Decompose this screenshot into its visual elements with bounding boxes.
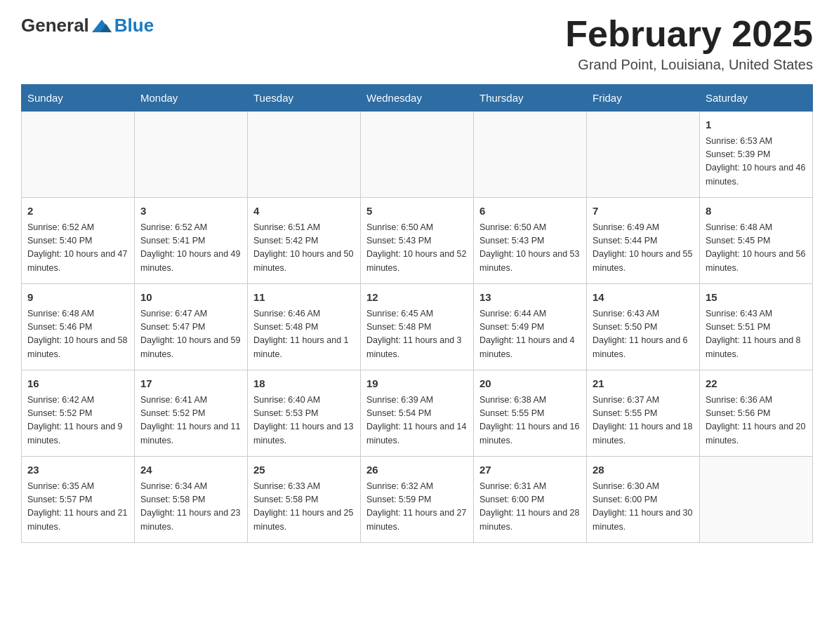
table-row: 23Sunrise: 6:35 AM Sunset: 5:57 PM Dayli… xyxy=(22,457,135,543)
table-row: 18Sunrise: 6:40 AM Sunset: 5:53 PM Dayli… xyxy=(248,370,361,457)
day-number: 9 xyxy=(27,290,128,306)
logo: General Blue xyxy=(21,14,154,36)
day-info: Sunrise: 6:48 AM Sunset: 5:45 PM Dayligh… xyxy=(706,221,807,276)
day-number: 8 xyxy=(706,203,807,220)
day-info: Sunrise: 6:42 AM Sunset: 5:52 PM Dayligh… xyxy=(27,394,128,448)
table-row xyxy=(361,112,474,198)
table-row: 11Sunrise: 6:46 AM Sunset: 5:48 PM Dayli… xyxy=(248,284,361,370)
logo-icon xyxy=(91,14,113,36)
calendar-week-row: 23Sunrise: 6:35 AM Sunset: 5:57 PM Dayli… xyxy=(22,457,813,543)
day-info: Sunrise: 6:34 AM Sunset: 5:58 PM Dayligh… xyxy=(140,480,241,535)
header-sunday: Sunday xyxy=(22,85,135,112)
table-row: 5Sunrise: 6:50 AM Sunset: 5:43 PM Daylig… xyxy=(361,198,474,284)
day-number: 10 xyxy=(140,290,241,306)
header-tuesday: Tuesday xyxy=(248,85,361,112)
month-title: February 2025 xyxy=(565,14,813,54)
table-row: 1Sunrise: 6:53 AM Sunset: 5:39 PM Daylig… xyxy=(700,112,813,198)
day-number: 28 xyxy=(593,462,694,478)
day-number: 22 xyxy=(706,376,807,392)
calendar-header-row: Sunday Monday Tuesday Wednesday Thursday… xyxy=(22,85,813,112)
table-row xyxy=(22,112,135,198)
day-info: Sunrise: 6:37 AM Sunset: 5:55 PM Dayligh… xyxy=(593,394,694,448)
calendar-table: Sunday Monday Tuesday Wednesday Thursday… xyxy=(21,84,813,543)
day-info: Sunrise: 6:43 AM Sunset: 5:50 PM Dayligh… xyxy=(593,307,694,362)
header-wednesday: Wednesday xyxy=(361,85,474,112)
table-row: 20Sunrise: 6:38 AM Sunset: 5:55 PM Dayli… xyxy=(474,370,587,457)
header-thursday: Thursday xyxy=(474,85,587,112)
day-number: 24 xyxy=(140,462,241,478)
table-row xyxy=(248,112,361,198)
logo-general-text: General xyxy=(21,15,89,36)
day-number: 20 xyxy=(479,376,581,392)
day-info: Sunrise: 6:35 AM Sunset: 5:57 PM Dayligh… xyxy=(27,480,128,535)
day-info: Sunrise: 6:50 AM Sunset: 5:43 PM Dayligh… xyxy=(479,221,581,276)
day-number: 16 xyxy=(27,376,128,392)
day-number: 4 xyxy=(253,203,355,220)
day-number: 21 xyxy=(593,376,694,392)
day-info: Sunrise: 6:52 AM Sunset: 5:40 PM Dayligh… xyxy=(27,221,128,276)
day-info: Sunrise: 6:44 AM Sunset: 5:49 PM Dayligh… xyxy=(479,307,581,362)
day-info: Sunrise: 6:41 AM Sunset: 5:52 PM Dayligh… xyxy=(140,394,241,448)
table-row: 14Sunrise: 6:43 AM Sunset: 5:50 PM Dayli… xyxy=(587,284,700,370)
day-number: 12 xyxy=(366,290,468,306)
day-info: Sunrise: 6:51 AM Sunset: 5:42 PM Dayligh… xyxy=(253,221,355,276)
day-info: Sunrise: 6:47 AM Sunset: 5:47 PM Dayligh… xyxy=(140,307,241,362)
day-info: Sunrise: 6:31 AM Sunset: 6:00 PM Dayligh… xyxy=(479,480,581,535)
table-row: 8Sunrise: 6:48 AM Sunset: 5:45 PM Daylig… xyxy=(700,198,813,284)
table-row xyxy=(587,112,700,198)
day-number: 5 xyxy=(366,203,468,220)
day-info: Sunrise: 6:52 AM Sunset: 5:41 PM Dayligh… xyxy=(140,221,241,276)
day-number: 13 xyxy=(479,290,581,306)
table-row: 2Sunrise: 6:52 AM Sunset: 5:40 PM Daylig… xyxy=(22,198,135,284)
day-number: 6 xyxy=(479,203,581,220)
day-number: 2 xyxy=(27,203,128,220)
header-saturday: Saturday xyxy=(700,85,813,112)
table-row: 12Sunrise: 6:45 AM Sunset: 5:48 PM Dayli… xyxy=(361,284,474,370)
table-row: 25Sunrise: 6:33 AM Sunset: 5:58 PM Dayli… xyxy=(248,457,361,543)
table-row: 3Sunrise: 6:52 AM Sunset: 5:41 PM Daylig… xyxy=(135,198,248,284)
day-info: Sunrise: 6:33 AM Sunset: 5:58 PM Dayligh… xyxy=(253,480,355,535)
table-row xyxy=(700,457,813,543)
header-friday: Friday xyxy=(587,85,700,112)
day-number: 17 xyxy=(140,376,241,392)
day-info: Sunrise: 6:53 AM Sunset: 5:39 PM Dayligh… xyxy=(706,135,807,189)
day-info: Sunrise: 6:50 AM Sunset: 5:43 PM Dayligh… xyxy=(366,221,468,276)
table-row xyxy=(474,112,587,198)
table-row: 21Sunrise: 6:37 AM Sunset: 5:55 PM Dayli… xyxy=(587,370,700,457)
table-row: 28Sunrise: 6:30 AM Sunset: 6:00 PM Dayli… xyxy=(587,457,700,543)
table-row: 4Sunrise: 6:51 AM Sunset: 5:42 PM Daylig… xyxy=(248,198,361,284)
day-info: Sunrise: 6:30 AM Sunset: 6:00 PM Dayligh… xyxy=(593,480,694,535)
calendar-week-row: 9Sunrise: 6:48 AM Sunset: 5:46 PM Daylig… xyxy=(22,284,813,370)
day-number: 1 xyxy=(706,117,807,133)
day-number: 3 xyxy=(140,203,241,220)
table-row xyxy=(135,112,248,198)
day-number: 7 xyxy=(593,203,694,220)
day-number: 11 xyxy=(253,290,355,306)
header-monday: Monday xyxy=(135,85,248,112)
calendar-week-row: 2Sunrise: 6:52 AM Sunset: 5:40 PM Daylig… xyxy=(22,198,813,284)
day-number: 25 xyxy=(253,462,355,478)
day-number: 14 xyxy=(593,290,694,306)
table-row: 27Sunrise: 6:31 AM Sunset: 6:00 PM Dayli… xyxy=(474,457,587,543)
table-row: 22Sunrise: 6:36 AM Sunset: 5:56 PM Dayli… xyxy=(700,370,813,457)
day-info: Sunrise: 6:43 AM Sunset: 5:51 PM Dayligh… xyxy=(706,307,807,362)
table-row: 19Sunrise: 6:39 AM Sunset: 5:54 PM Dayli… xyxy=(361,370,474,457)
logo-blue-text: Blue xyxy=(114,15,154,36)
table-row: 24Sunrise: 6:34 AM Sunset: 5:58 PM Dayli… xyxy=(135,457,248,543)
table-row: 13Sunrise: 6:44 AM Sunset: 5:49 PM Dayli… xyxy=(474,284,587,370)
day-info: Sunrise: 6:39 AM Sunset: 5:54 PM Dayligh… xyxy=(366,394,468,448)
day-number: 15 xyxy=(706,290,807,306)
table-row: 17Sunrise: 6:41 AM Sunset: 5:52 PM Dayli… xyxy=(135,370,248,457)
day-info: Sunrise: 6:46 AM Sunset: 5:48 PM Dayligh… xyxy=(253,307,355,362)
day-info: Sunrise: 6:38 AM Sunset: 5:55 PM Dayligh… xyxy=(479,394,581,448)
day-number: 26 xyxy=(366,462,468,478)
day-number: 18 xyxy=(253,376,355,392)
calendar-week-row: 16Sunrise: 6:42 AM Sunset: 5:52 PM Dayli… xyxy=(22,370,813,457)
table-row: 26Sunrise: 6:32 AM Sunset: 5:59 PM Dayli… xyxy=(361,457,474,543)
day-number: 23 xyxy=(27,462,128,478)
table-row: 16Sunrise: 6:42 AM Sunset: 5:52 PM Dayli… xyxy=(22,370,135,457)
table-row: 7Sunrise: 6:49 AM Sunset: 5:44 PM Daylig… xyxy=(587,198,700,284)
page-header: General Blue February 2025 Grand Point, … xyxy=(21,14,813,73)
day-number: 19 xyxy=(366,376,468,392)
calendar-week-row: 1Sunrise: 6:53 AM Sunset: 5:39 PM Daylig… xyxy=(22,112,813,198)
